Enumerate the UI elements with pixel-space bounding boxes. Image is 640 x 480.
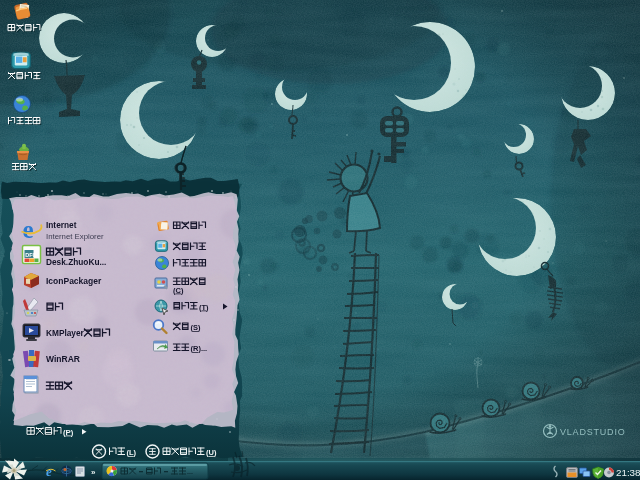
svg-text:21:38: 21:38 bbox=[616, 467, 640, 478]
svg-text:Internet: Internet bbox=[46, 220, 77, 230]
svg-text:e: e bbox=[46, 464, 52, 479]
svg-text:(P): (P) bbox=[63, 428, 74, 437]
svg-text:(R)...: (R)... bbox=[191, 344, 208, 353]
svg-text:(U): (U) bbox=[206, 448, 217, 457]
svg-text:(T): (T) bbox=[199, 303, 209, 312]
svg-text:WinRAR: WinRAR bbox=[46, 354, 80, 364]
svg-text:(S): (S) bbox=[191, 323, 202, 332]
svg-text:Desk.ZhuoKu...: Desk.ZhuoKu... bbox=[46, 257, 106, 267]
svg-text:e: e bbox=[23, 216, 34, 243]
svg-text:IconPackager: IconPackager bbox=[46, 276, 102, 286]
svg-text:KMPlayer: KMPlayer bbox=[46, 328, 85, 338]
svg-text:Internet Explorer: Internet Explorer bbox=[46, 232, 104, 241]
svg-text:...: ... bbox=[187, 468, 193, 475]
svg-text:(L): (L) bbox=[127, 448, 137, 457]
svg-text:»: » bbox=[91, 468, 96, 477]
svg-text:(C): (C) bbox=[173, 286, 184, 295]
svg-text:DFC: DFC bbox=[25, 252, 36, 258]
